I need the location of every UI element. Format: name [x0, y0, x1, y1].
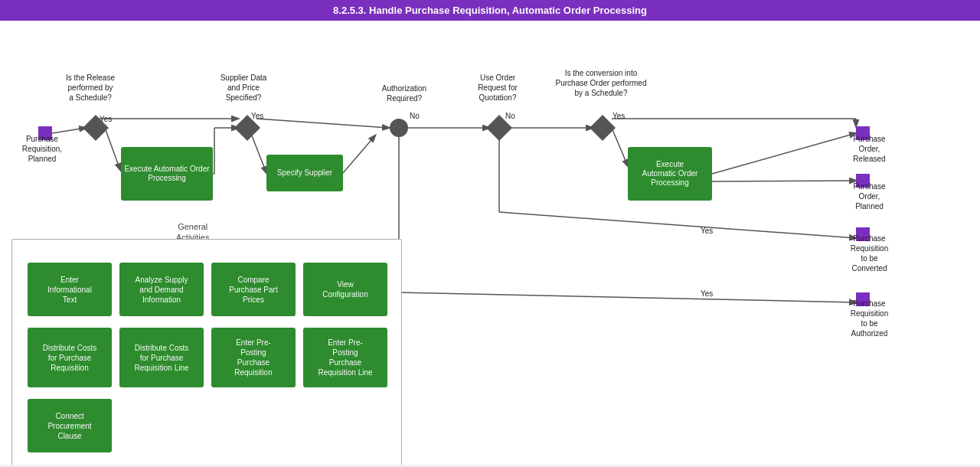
yes-label-right-2: Yes	[701, 289, 713, 299]
mini-activity-enter-pre-prl[interactable]: Enter Pre-PostingPurchaseRequisition Lin…	[303, 328, 387, 387]
mini-enter-info-label: EnterInformationalText	[47, 275, 92, 305]
gateway-conversion-label: Is the conversion intoPurchase Order per…	[544, 68, 658, 98]
gw5-yes-label: Yes	[612, 111, 625, 121]
activity-exec-auto-1[interactable]: Execute Automatic Order Processing	[121, 147, 213, 201]
event-pr-authorized-label: PurchaseRequisitionto beAuthorized	[841, 299, 898, 338]
svg-line-19	[712, 181, 856, 181]
mini-activity-dist-prl[interactable]: Distribute Costsfor PurchaseRequisition …	[119, 328, 204, 387]
gw1-yes-label: Yes	[100, 114, 112, 124]
svg-line-1	[105, 128, 120, 170]
mini-compare-prices-label: ComparePurchase PartPrices	[229, 275, 277, 305]
gw3-no-label: No	[410, 111, 420, 121]
diagram-area: PurchaseRequisition,Planned Is the Relea…	[0, 21, 980, 465]
mini-dist-prl-label: Distribute Costsfor PurchaseRequisition …	[134, 343, 188, 373]
mini-analyze-supply-label: Analyze Supplyand DemandInformation	[136, 275, 188, 305]
svg-line-0	[52, 128, 86, 133]
mini-activity-view-config[interactable]: ViewConfiguration	[303, 263, 387, 316]
mini-enter-pre-prl-label: Enter Pre-PostingPurchaseRequisition Lin…	[318, 338, 372, 377]
yes-label-right-1: Yes	[701, 226, 713, 236]
mini-activity-dist-pr[interactable]: Distribute Costsfor PurchaseRequisition	[28, 328, 112, 387]
activity-specify-supplier-label: Specify Supplier	[277, 168, 332, 178]
mini-activity-compare-prices[interactable]: ComparePurchase PartPrices	[211, 263, 296, 316]
gateway-auth-label: AuthorizationRequired?	[374, 83, 435, 103]
svg-line-15	[612, 128, 628, 166]
event-po-planned-label: PurchaseOrder,Planned	[841, 181, 898, 211]
mini-activity-analyze-supply[interactable]: Analyze Supplyand DemandInformation	[119, 263, 204, 316]
mini-activity-enter-info[interactable]: EnterInformationalText	[28, 263, 112, 316]
gateway-order-label: Use OrderRequest forQuotation?	[467, 73, 528, 103]
svg-line-7	[256, 119, 389, 128]
activity-exec-auto-2[interactable]: ExecuteAutomatic OrderProcessing	[628, 147, 712, 201]
gateway-supplier-label: Supplier Dataand PriceSpecified?	[213, 73, 274, 103]
activity-specify-supplier[interactable]: Specify Supplier	[266, 155, 343, 191]
mini-dist-pr-label: Distribute Costsfor PurchaseRequisition	[43, 343, 97, 373]
activity-exec-auto-2-label: ExecuteAutomatic OrderProcessing	[642, 160, 698, 188]
gw2-yes-label: Yes	[251, 111, 263, 121]
svg-line-8	[343, 136, 375, 173]
mini-activity-enter-pre-pr[interactable]: Enter Pre-PostingPurchaseRequisition	[211, 328, 296, 387]
svg-line-12	[399, 292, 856, 302]
mini-activity-connect-proc[interactable]: ConnectProcurementClause	[28, 399, 112, 452]
svg-line-16	[712, 133, 856, 174]
event-po-released-label: PurchaseOrder,Released	[841, 134, 898, 164]
header: 8.2.5.3. Handle Purchase Requisition, Au…	[0, 0, 980, 21]
activity-exec-auto-1-label: Execute Automatic Order Processing	[124, 165, 210, 183]
mini-enter-pre-pr-label: Enter Pre-PostingPurchaseRequisition	[234, 338, 272, 377]
event-start-label: PurchaseRequisition,Planned	[19, 134, 65, 164]
gateway-release-label: Is the Releaseperformed bya Schedule?	[60, 73, 121, 103]
gateway-auth-required	[390, 119, 408, 137]
gw4-no-label: No	[505, 111, 515, 121]
general-activities-box: EnterInformationalText Analyze Supplyand…	[11, 239, 402, 465]
gateway-conversion-schedule	[590, 115, 616, 141]
mini-view-config-label: ViewConfiguration	[322, 279, 368, 299]
svg-line-14	[499, 212, 856, 238]
event-pr-converted-label: PurchaseRequisitionto beConverted	[841, 234, 898, 273]
mini-connect-proc-label: ConnectProcurementClause	[47, 411, 91, 441]
header-title: 8.2.5.3. Handle Purchase Requisition, Au…	[333, 5, 647, 16]
